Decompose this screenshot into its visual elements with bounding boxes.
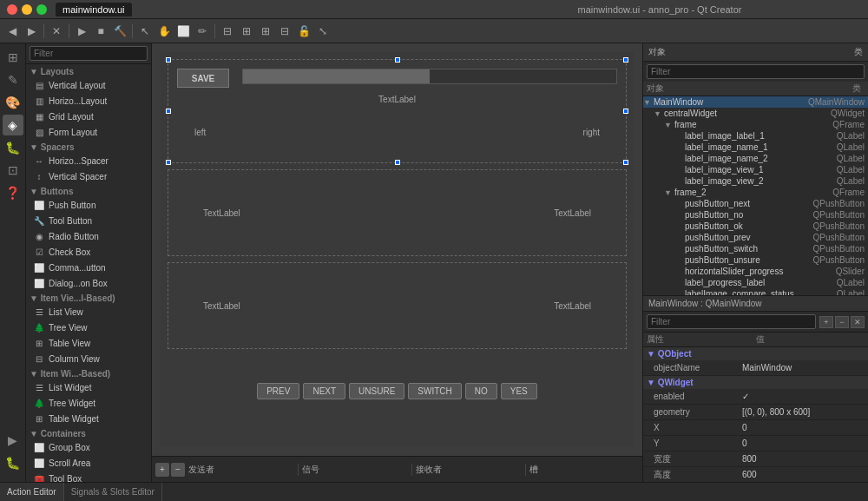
sidebar-welcome[interactable]: ⊞ [3,47,23,68]
tree-row[interactable]: pushButton_prev QPushButton [643,232,868,243]
minimize-button[interactable] [22,4,32,15]
widget-radio-button[interactable]: ◉Radio Button [26,228,151,244]
tree-row[interactable]: label_image_name_1 QLabel [643,142,868,153]
toolbar-break[interactable]: 🔓 [295,23,312,40]
tree-row[interactable]: label_image_view_2 QLabel [643,175,868,187]
widget-tree-view[interactable]: 🌲Tree View [26,320,151,335]
widget-tool-box[interactable]: 🧰Tool Box [26,471,151,482]
tree-name: label_image_name_2 [683,154,837,163]
props-filter-icon-1[interactable]: + [819,316,833,328]
tree-row[interactable]: label_image_view_1 QLabel [643,164,868,175]
tree-row[interactable]: pushButton_no QPushButton [643,209,868,221]
prop-row: enabled ✓ [643,389,868,405]
switch-button[interactable]: SWITCH [408,383,461,399]
toolbar-build[interactable]: 🔨 [111,23,128,40]
widget-push-button[interactable]: ⬜Push Button [26,197,151,213]
prop-section-header[interactable]: ▼ QWidget [643,376,868,389]
prev-button[interactable]: PREV [257,383,299,399]
sidebar-projects[interactable]: ⊡ [3,160,23,181]
save-button[interactable]: SAVE [177,69,229,88]
widget-scroll-area[interactable]: ⬜Scroll Area [26,455,151,471]
toolbar-layout-h[interactable]: ⊟ [219,23,236,40]
tree-row[interactable]: label_image_name_2 QLabel [643,153,868,164]
toolbar-forward[interactable]: ▶ [23,23,40,40]
widget-list-view[interactable]: ☰List View [26,304,151,320]
signal-receiver-col: 接收者 [412,464,526,476]
prop-section-header[interactable]: ▼ QObject [643,347,868,360]
toolbar-adjust-size[interactable]: ⤡ [314,23,332,40]
toolbar-back[interactable]: ◀ [3,23,21,40]
widget-grid-layout[interactable]: ▦Grid Layout [26,109,151,124]
tree-name: frame [673,120,832,129]
props-filter-icon-3[interactable]: ✕ [851,316,865,328]
signal-add-button[interactable]: + [155,463,169,477]
tree-row[interactable]: labelImage_compare_status QLabel [643,288,868,295]
widget-dialog-button[interactable]: ⬜Dialog...on Box [26,275,151,291]
toolbar-hand[interactable]: ✋ [155,23,173,40]
widget-horizontal-layout[interactable]: ▥Horizo...Layout [26,93,151,109]
tree-row[interactable]: ▼ frame_2 QFrame [643,187,868,198]
tree-row[interactable]: label_progress_label QLabel [643,277,868,288]
widget-table-view[interactable]: ⊞Table View [26,335,151,351]
widget-vertical-layout[interactable]: ▤Vertical Layout [26,77,151,93]
tree-row[interactable]: horizontalSlider_progress QSlider [643,266,868,277]
toolbar-layout-v[interactable]: ⊞ [238,23,255,40]
vertical-layout-icon: ▤ [33,79,45,91]
widget-form-layout[interactable]: ▧Form Layout [26,124,151,140]
spacers-header: ▼ Spacers [26,140,151,153]
toolbar-layout-form[interactable]: ⊟ [276,23,293,40]
widget-filter-input[interactable] [30,46,148,61]
tree-row[interactable]: pushButton_switch QPushButton [643,243,868,254]
widget-tree-widget[interactable]: 🌲Tree Widget [26,395,151,411]
tree-row[interactable]: pushButton_unsure QPushButton [643,254,868,266]
widget-tool-button[interactable]: 🔧Tool Button [26,213,151,228]
obj-tree-filter-input[interactable] [647,64,865,79]
toolbar-pointer[interactable]: ↖ [136,23,154,40]
progress-fill [243,69,430,83]
tree-row[interactable]: pushButton_ok QPushButton [643,221,868,232]
unsure-button[interactable]: UNSURE [349,383,404,399]
toolbar-stop[interactable]: ■ [92,23,109,40]
widget-table-widget[interactable]: ⊞Table Widget [26,411,151,426]
no-button[interactable]: NO [465,383,497,399]
tree-row[interactable]: ▼ MainWindow QMainWindow [643,96,868,108]
sidebar-design[interactable]: 🎨 [3,92,23,113]
tab-signals-slots[interactable]: Signals & Slots Editor [64,483,162,501]
prop-value: 0 [742,423,865,432]
sidebar-help[interactable]: ❓ [3,182,23,203]
widget-panel: ▼ Layouts ▤Vertical Layout ▥Horizo...Lay… [26,43,152,482]
widget-horiz-spacer[interactable]: ↔Horizo...Spacer [26,153,151,168]
toolbar-layout-grid[interactable]: ⊞ [257,23,274,40]
toolbar-run[interactable]: ▶ [73,23,90,40]
main-area: ⊞ ✎ 🎨 ◈ 🐛 ⊡ ❓ ▶ 🐛 ▼ Layouts ▤Vertical La… [0,43,868,482]
tree-row[interactable]: pushButton_next QPushButton [643,198,868,209]
sidebar-edit[interactable]: ✎ [3,69,23,90]
props-rows-container: ▼ QObject objectName MainWindow ▼ QWidge… [643,347,868,482]
widget-check-box[interactable]: ☑Check Box [26,244,151,260]
tree-row[interactable]: ▼ frame QFrame [643,119,868,130]
next-button[interactable]: NEXT [303,383,345,399]
toolbar-widget[interactable]: ⬜ [174,23,192,40]
tree-row[interactable]: ▼ centralWidget QWidget [643,108,868,119]
sidebar-run[interactable]: ▶ [3,430,23,451]
widget-vert-spacer[interactable]: ↕Vertical Spacer [26,168,151,184]
sidebar-active[interactable]: ◈ [3,115,23,135]
design-canvas[interactable]: SAVE PROGRESS TextLabel left right [152,43,642,456]
sidebar-debug[interactable]: 🐛 [3,137,23,158]
tree-row[interactable]: label_image_label_1 QLabel [643,130,868,142]
sidebar-debug2[interactable]: 🐛 [3,452,23,473]
widget-list-widget[interactable]: ☰List Widget [26,379,151,395]
maximize-button[interactable] [36,4,47,15]
widget-group-box[interactable]: ⬜Group Box [26,439,151,455]
props-filter-icon-2[interactable]: − [835,316,849,328]
toolbar-close[interactable]: ✕ [48,23,65,40]
file-tab[interactable]: mainwindow.ui [56,3,132,16]
yes-button[interactable]: YES [501,383,537,399]
close-button[interactable] [7,4,17,15]
widget-column-view[interactable]: ⊟Column View [26,351,151,366]
props-filter-input[interactable] [647,314,816,329]
toolbar-edit[interactable]: ✏ [194,23,211,40]
signal-remove-button[interactable]: − [171,463,185,477]
widget-combo-button[interactable]: ⬜Comma...utton [26,260,151,275]
tab-action-editor[interactable]: Action Editor [0,483,64,501]
